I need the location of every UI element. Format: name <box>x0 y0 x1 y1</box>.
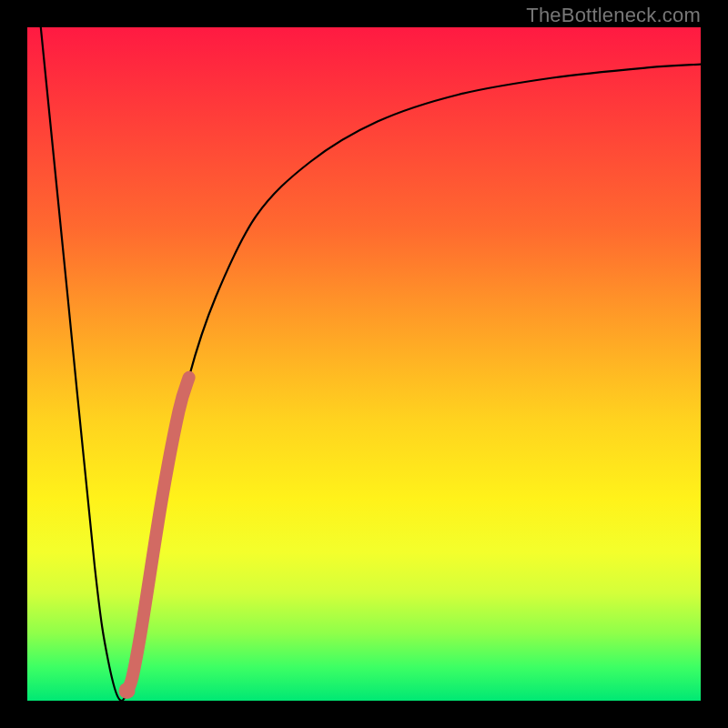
watermark-label: TheBottleneck.com <box>526 4 701 27</box>
chart-frame: TheBottleneck.com <box>0 0 728 728</box>
curve-layer <box>27 27 701 701</box>
highlight-segment <box>127 378 189 691</box>
plot-area <box>27 27 701 701</box>
highlight-dot-icon <box>119 682 136 699</box>
